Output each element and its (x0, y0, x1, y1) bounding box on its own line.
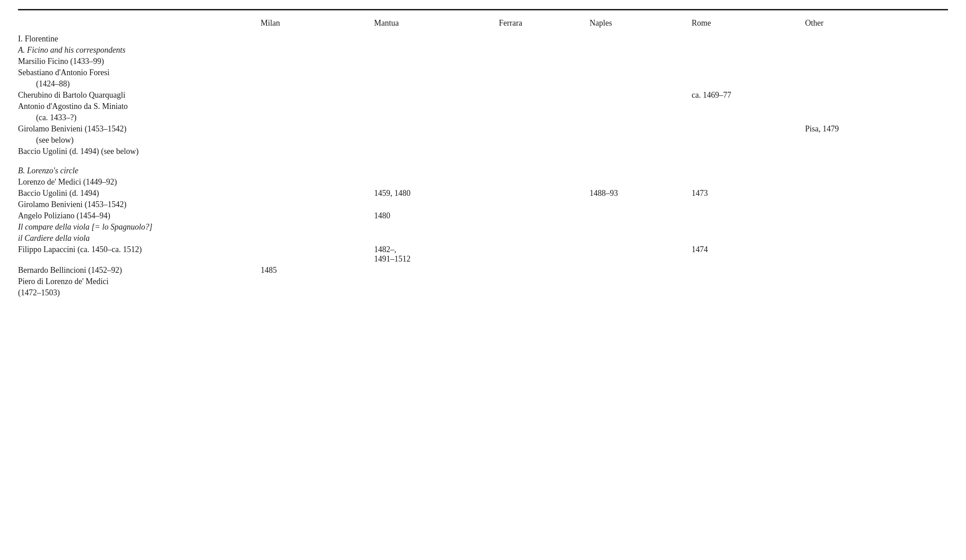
page-container: Milan Mantua Ferrara Naples Rome Other I… (0, 0, 966, 560)
row-name-italic: Il compare della viola [= lo Spagnuolo?] (18, 221, 256, 233)
row-ferrara (494, 265, 585, 276)
row-other (800, 56, 948, 67)
row-other: Pisa, 1479 (800, 123, 948, 135)
row-naples (585, 233, 687, 244)
row-mantua (370, 276, 494, 287)
table-row: Girolamo Benivieni (1453–1542) (18, 199, 948, 210)
row-ferrara (494, 199, 585, 210)
row-other (800, 146, 948, 157)
row-name: (1472–1503) (18, 287, 256, 298)
row-ferrara (494, 112, 585, 123)
row-mantua (370, 176, 494, 188)
row-milan (256, 176, 370, 188)
table-row: Sebastiano d'Antonio Foresi (18, 67, 948, 78)
row-milan (256, 78, 370, 90)
table-row: Angelo Poliziano (1454–94) 1480 (18, 210, 948, 221)
row-mantua (370, 146, 494, 157)
table-row: il Cardiere della viola (18, 233, 948, 244)
row-naples (585, 287, 687, 298)
row-naples (585, 67, 687, 78)
row-milan: 1485 (256, 265, 370, 276)
row-other (800, 233, 948, 244)
row-milan (256, 276, 370, 287)
subsection-B-label: B. Lorenzo's circle (18, 165, 948, 176)
row-name: Baccio Ugolini (d. 1494) (see below) (18, 146, 256, 157)
col-header-mantua: Mantua (370, 18, 494, 33)
row-rome (687, 287, 800, 298)
row-mantua (370, 90, 494, 101)
row-name: Marsilio Ficino (1433–99) (18, 56, 256, 67)
row-rome (687, 135, 800, 146)
row-name-italic2: il Cardiere della viola (18, 233, 256, 244)
row-ferrara (494, 90, 585, 101)
row-mantua (370, 123, 494, 135)
row-other (800, 287, 948, 298)
row-mantua: 1459, 1480 (370, 188, 494, 199)
row-rome (687, 233, 800, 244)
row-other (800, 199, 948, 210)
row-other (800, 112, 948, 123)
col-header-ferrara: Ferrara (494, 18, 585, 33)
table-row: Girolamo Benivieni (1453–1542) Pisa, 147… (18, 123, 948, 135)
row-ferrara (494, 210, 585, 221)
row-rome: 1474 (687, 244, 800, 265)
row-other (800, 276, 948, 287)
row-milan (256, 135, 370, 146)
header-row: Milan Mantua Ferrara Naples Rome Other (18, 18, 948, 33)
row-milan (256, 188, 370, 199)
row-milan (256, 199, 370, 210)
col-header-name (18, 18, 256, 33)
row-name: (ca. 1433–?) (18, 112, 256, 123)
row-other (800, 176, 948, 188)
row-other (800, 90, 948, 101)
row-rome (687, 146, 800, 157)
table-row: (see below) (18, 135, 948, 146)
row-naples (585, 78, 687, 90)
section-I-label: I. Florentine (18, 33, 948, 45)
row-mantua (370, 112, 494, 123)
row-other (800, 265, 948, 276)
row-milan (256, 56, 370, 67)
row-mantua (370, 78, 494, 90)
table-row: (1424–88) (18, 78, 948, 90)
row-naples (585, 176, 687, 188)
row-milan (256, 112, 370, 123)
row-naples (585, 112, 687, 123)
row-other (800, 78, 948, 90)
row-mantua (370, 101, 494, 112)
row-mantua (370, 135, 494, 146)
row-mantua (370, 56, 494, 67)
row-mantua (370, 265, 494, 276)
row-milan (256, 146, 370, 157)
table-row: Cherubino di Bartolo Quarquagli ca. 1469… (18, 90, 948, 101)
row-name: Lorenzo de' Medici (1449–92) (18, 176, 256, 188)
row-name: Filippo Lapaccini (ca. 1450–ca. 1512) (18, 244, 256, 265)
row-name: Antonio d'Agostino da S. Miniato (18, 101, 256, 112)
row-ferrara (494, 101, 585, 112)
row-milan (256, 233, 370, 244)
row-rome: 1473 (687, 188, 800, 199)
row-ferrara (494, 287, 585, 298)
table-row: (1472–1503) (18, 287, 948, 298)
row-milan (256, 221, 370, 233)
row-naples (585, 265, 687, 276)
table-row: Filippo Lapaccini (ca. 1450–ca. 1512) 14… (18, 244, 948, 265)
table-row: Baccio Ugolini (d. 1494) (see below) (18, 146, 948, 157)
row-name: Sebastiano d'Antonio Foresi (18, 67, 256, 78)
subsection-B-row: B. Lorenzo's circle (18, 165, 948, 176)
row-milan (256, 123, 370, 135)
row-mantua: 1480 (370, 210, 494, 221)
row-milan (256, 287, 370, 298)
row-mantua (370, 67, 494, 78)
col-header-other: Other (800, 18, 948, 33)
row-name: (1424–88) (18, 78, 256, 90)
row-name: Cherubino di Bartolo Quarquagli (18, 90, 256, 101)
top-border (18, 9, 948, 10)
row-ferrara (494, 78, 585, 90)
row-mantua (370, 221, 494, 233)
row-rome (687, 56, 800, 67)
main-table: Milan Mantua Ferrara Naples Rome Other I… (18, 18, 948, 298)
col-header-milan: Milan (256, 18, 370, 33)
row-rome (687, 101, 800, 112)
row-rome (687, 265, 800, 276)
